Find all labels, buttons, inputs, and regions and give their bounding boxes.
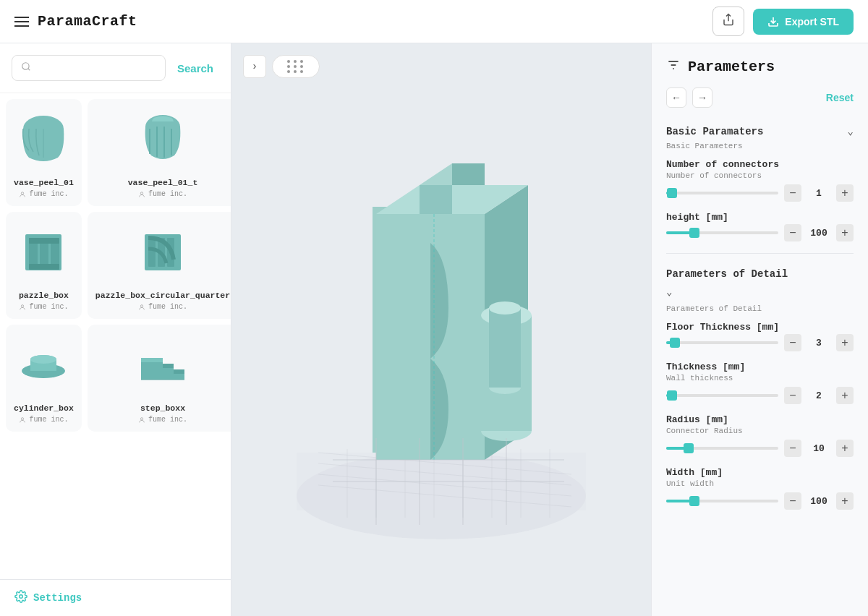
menu-button[interactable]: [14, 17, 29, 27]
model-name-puzzle2: pazzle_box_circular_quarter: [95, 291, 230, 300]
model-thumb-step: [95, 333, 230, 398]
floor-thickness-value: 3: [807, 338, 830, 348]
param-width: Width [mm] Unit width − 100 +: [666, 467, 854, 510]
params-next-button[interactable]: →: [692, 87, 712, 108]
thickness-slider-track[interactable]: [666, 394, 778, 397]
model-name-cyl: cylinder_box: [14, 403, 74, 413]
svg-marker-28: [163, 364, 174, 368]
param-floor-thickness: Floor Thickness [mm] − 3 +: [666, 322, 854, 351]
model-author-cyl: fume inc.: [14, 416, 74, 424]
model-thumb-vase2: [95, 107, 230, 172]
connectors-slider-thumb[interactable]: [667, 188, 677, 198]
radius-minus-button[interactable]: −: [784, 440, 801, 457]
search-button[interactable]: Search: [171, 59, 219, 77]
model-name-step: step_boxx: [95, 403, 230, 413]
height-plus-button[interactable]: +: [836, 224, 854, 241]
model-thumb-vase1: [14, 107, 74, 172]
export-label: Export STL: [785, 16, 839, 27]
model-card-puzzle1[interactable]: pazzle_box fume inc.: [6, 212, 82, 319]
radius-slider-thumb[interactable]: [684, 443, 694, 453]
model-card-vase1[interactable]: vase_peel_01 fume inc.: [6, 99, 82, 206]
thickness-plus-button[interactable]: +: [836, 387, 854, 404]
param-width-control: − 100 +: [666, 492, 854, 510]
header-left: ParamaCraft: [14, 13, 137, 30]
model-author-vase1: fume inc.: [14, 190, 74, 198]
param-radius: Radius [mm] Connector Radius − 10 +: [666, 414, 854, 457]
param-connectors-label: Number of connectors: [666, 159, 854, 170]
params-nav: ← → Reset: [666, 87, 854, 108]
floor-thickness-minus-button[interactable]: −: [784, 334, 801, 351]
detail-collapse-icon[interactable]: ⌄: [666, 286, 854, 299]
export-stl-button[interactable]: Export STL: [753, 9, 854, 35]
connectors-minus-button[interactable]: −: [784, 184, 801, 202]
thickness-slider-thumb[interactable]: [667, 390, 677, 401]
height-minus-button[interactable]: −: [784, 224, 801, 241]
viewport: ›: [231, 43, 651, 616]
svg-rect-13: [29, 238, 59, 244]
model-name-vase2: vase_peel_01_t: [95, 178, 230, 187]
model-name-vase1: vase_peel_01: [14, 178, 74, 187]
param-width-sublabel: Unit width: [666, 479, 854, 488]
search-input-wrap: [12, 55, 166, 81]
params-header: Parameters: [666, 58, 854, 76]
section-detail-subtitle: Parameters of Detail: [666, 304, 854, 313]
connectors-slider-track[interactable]: [666, 192, 778, 194]
model-card-step[interactable]: step_boxx fume inc.: [88, 325, 231, 432]
section-detail: Parameters of Detail ⌄ Parameters of Det…: [666, 265, 854, 510]
svg-marker-27: [141, 358, 163, 362]
param-width-label: Width [mm]: [666, 467, 854, 478]
svg-point-31: [140, 417, 142, 419]
arrow-icon: ›: [252, 61, 258, 72]
param-thickness: Thickness [mm] Wall thickness − 2 +: [666, 362, 854, 404]
section-basic-header[interactable]: Basic Paramaters ⌄: [666, 122, 854, 140]
width-plus-button[interactable]: +: [836, 492, 854, 510]
sidebar: Search vase_peel_01: [0, 43, 231, 616]
share-button[interactable]: [712, 7, 744, 36]
section-basic-subtitle: Basic Parameters: [666, 142, 854, 150]
settings-bar[interactable]: Settings: [0, 579, 231, 616]
width-slider-track[interactable]: [666, 500, 778, 502]
param-connectors-sublabel: Number of connectors: [666, 171, 854, 180]
width-minus-button[interactable]: −: [784, 492, 801, 510]
model-card-cyl[interactable]: cylinder_box fume inc.: [6, 325, 82, 432]
viewport-arrow-button[interactable]: ›: [243, 55, 266, 78]
param-thickness-control: − 2 +: [666, 387, 854, 404]
svg-point-32: [20, 595, 23, 599]
params-panel: Parameters ← → Reset Basic Paramaters ⌄ …: [651, 43, 868, 616]
settings-label: Settings: [33, 592, 82, 604]
viewport-toolbar: ›: [243, 55, 639, 78]
svg-point-20: [140, 304, 142, 307]
radius-plus-button[interactable]: +: [836, 440, 854, 457]
model-author-puzzle2: fume inc.: [95, 303, 230, 311]
floor-thickness-plus-button[interactable]: +: [836, 334, 854, 351]
param-connectors-control: − 1 +: [666, 184, 854, 202]
svg-rect-14: [29, 264, 59, 270]
floor-thickness-slider-thumb[interactable]: [670, 338, 680, 348]
height-slider-thumb[interactable]: [689, 228, 699, 238]
thickness-minus-button[interactable]: −: [784, 387, 801, 404]
floor-thickness-slider-track[interactable]: [666, 341, 778, 344]
params-reset-button[interactable]: Reset: [826, 92, 854, 103]
model-card-puzzle2[interactable]: pazzle_box_circular_quarter fume inc.: [88, 212, 231, 319]
app-header: ParamaCraft Export STL: [0, 0, 868, 43]
search-input[interactable]: [37, 63, 156, 74]
viewport-dots-bar: [272, 55, 320, 78]
svg-point-2: [22, 192, 24, 194]
section-detail-title: Parameters of Detail: [666, 268, 788, 280]
svg-point-8: [140, 192, 142, 194]
model-author-puzzle1: fume inc.: [14, 303, 74, 311]
params-prev-button[interactable]: ←: [666, 87, 686, 108]
height-slider-track[interactable]: [666, 231, 778, 234]
model-name-puzzle1: pazzle_box: [14, 291, 74, 300]
model-author-step: fume inc.: [95, 416, 230, 424]
section-detail-header[interactable]: Parameters of Detail: [666, 265, 854, 283]
radius-value: 10: [807, 443, 830, 454]
radius-slider-track[interactable]: [666, 447, 778, 450]
svg-point-15: [22, 304, 24, 307]
svg-marker-29: [174, 369, 184, 374]
section-basic-chevron: ⌄: [848, 125, 854, 137]
search-area: Search: [0, 43, 231, 93]
width-slider-thumb[interactable]: [689, 496, 699, 506]
model-card-vase2[interactable]: vase_peel_01_t fume inc.: [88, 99, 231, 206]
connectors-plus-button[interactable]: +: [836, 184, 854, 202]
